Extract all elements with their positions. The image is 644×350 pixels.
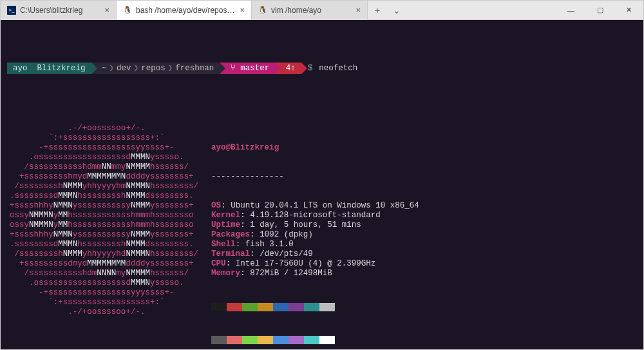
tab-label: vim /home/ayo bbox=[271, 6, 352, 15]
minimize-button[interactable]: — bbox=[556, 1, 585, 20]
info-row: Memory: 872MiB / 12498MiB bbox=[211, 269, 419, 278]
color-swatch bbox=[211, 336, 227, 344]
tab-label: bash /home/ayo/dev/repos/fres bbox=[136, 6, 236, 15]
info-row: OS: Ubuntu 20.04.1 LTS on Windows 10 x86… bbox=[211, 201, 419, 211]
powershell-icon: >_ bbox=[7, 6, 16, 15]
color-swatch bbox=[242, 336, 258, 344]
info-row: CPU: Intel i7-7560U (4) @ 2.399GHz bbox=[211, 259, 419, 269]
tux-icon: 🐧 bbox=[258, 6, 267, 15]
tab-label: C:\Users\blitzkrieg bbox=[20, 6, 100, 15]
info-row: Terminal: /dev/pts/49 bbox=[211, 249, 419, 259]
color-swatch bbox=[258, 303, 273, 311]
tab-bash[interactable]: 🐧 bash /home/ayo/dev/repos/fres × bbox=[117, 1, 252, 20]
prompt-line-1: ayo Blitzkreig ~❯dev❯repos❯freshman ⑂ ma… bbox=[7, 63, 643, 74]
tab-dropdown-button[interactable]: ⌄ bbox=[387, 5, 406, 15]
color-swatch bbox=[304, 303, 319, 311]
tab-bar: >_ C:\Users\blitzkrieg × 🐧 bash /home/ay… bbox=[1, 1, 643, 20]
color-swatch bbox=[289, 303, 304, 311]
tab-vim[interactable]: 🐧 vim /home/ayo × bbox=[252, 1, 368, 20]
color-swatch bbox=[319, 303, 335, 311]
prompt-path: ~❯dev❯repos❯freshman bbox=[91, 63, 220, 74]
color-swatch bbox=[273, 336, 289, 344]
color-swatch bbox=[304, 336, 319, 344]
prompt-command: neofetch bbox=[319, 64, 357, 73]
color-swatch bbox=[273, 303, 289, 311]
neofetch-info: ayo@Blitzkreig --------------- OS: Ubunt… bbox=[198, 124, 419, 349]
prompt-user-host: ayo Blitzkreig bbox=[7, 63, 91, 74]
info-row: Uptime: 1 day, 5 hours, 51 mins bbox=[211, 220, 419, 230]
info-row: Packages: 1092 (dpkg) bbox=[211, 230, 419, 240]
tux-icon: 🐧 bbox=[123, 6, 132, 15]
close-icon[interactable]: × bbox=[355, 5, 361, 15]
color-swatch bbox=[258, 336, 273, 344]
color-palette-row-1 bbox=[211, 303, 419, 311]
color-swatch bbox=[242, 303, 258, 311]
color-swatch bbox=[211, 303, 227, 311]
color-swatch bbox=[227, 336, 242, 344]
close-icon[interactable]: × bbox=[240, 5, 245, 15]
userhost: ayo@Blitzkreig bbox=[211, 143, 279, 152]
color-swatch bbox=[289, 336, 304, 344]
info-row: Shell: fish 3.1.0 bbox=[211, 240, 419, 249]
color-palette-row-2 bbox=[211, 336, 419, 344]
terminal-pane[interactable]: ayo Blitzkreig ~❯dev❯repos❯freshman ⑂ ma… bbox=[1, 20, 643, 349]
color-swatch bbox=[319, 336, 335, 344]
close-window-button[interactable]: ✕ bbox=[614, 1, 643, 20]
prompt-git-branch: ⑂ master bbox=[220, 63, 275, 74]
info-row: Kernel: 4.19.128-microsoft-standard bbox=[211, 211, 419, 220]
neofetch-logo: .-/+oossssoo+/-. `:+ssssssssssssssssss+:… bbox=[1, 124, 198, 349]
color-swatch bbox=[227, 303, 242, 311]
tab-powershell[interactable]: >_ C:\Users\blitzkrieg × bbox=[1, 1, 117, 20]
divider: --------------- bbox=[211, 172, 284, 181]
new-tab-button[interactable]: + bbox=[368, 5, 387, 15]
maximize-button[interactable]: ▢ bbox=[585, 1, 614, 20]
close-icon[interactable]: × bbox=[104, 5, 109, 15]
